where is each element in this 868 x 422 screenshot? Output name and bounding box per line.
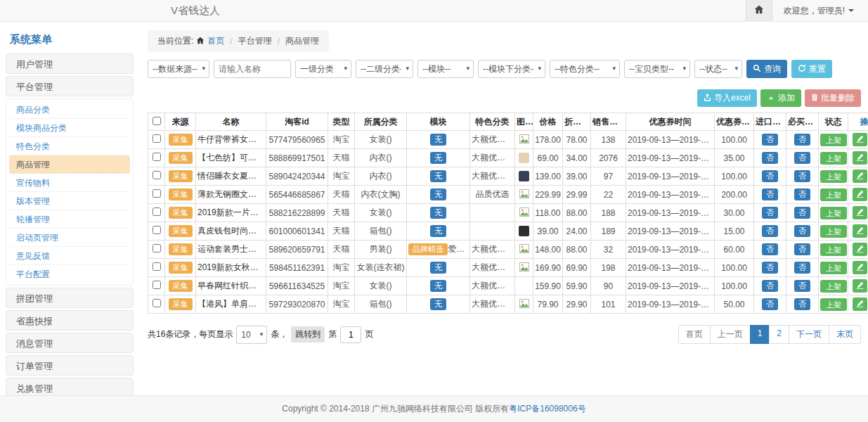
sidebar-subitem-意见反馈[interactable]: 意见反馈 xyxy=(9,247,130,265)
sidebar-item-兑换管理[interactable]: 兑换管理 xyxy=(6,378,134,395)
must-buy-badge[interactable]: 否 xyxy=(794,207,810,219)
filter-select-5[interactable]: --模块下分类-- xyxy=(478,60,545,78)
sidebar-subitem-商品管理[interactable]: 商品管理 xyxy=(9,155,130,174)
row-checkbox[interactable] xyxy=(153,189,161,198)
imported-badge[interactable]: 否 xyxy=(762,134,778,146)
edit-button[interactable] xyxy=(853,188,867,201)
must-buy-badge[interactable]: 否 xyxy=(794,298,810,310)
edit-button[interactable] xyxy=(853,298,867,311)
name-cell: 运动套装男士卫衣初秋... xyxy=(196,241,266,259)
add-button[interactable]: ＋ 添加 xyxy=(760,89,801,107)
status-button[interactable]: 上架 xyxy=(820,170,847,183)
must-buy-badge[interactable]: 否 xyxy=(794,262,810,274)
status-button[interactable]: 上架 xyxy=(820,298,847,311)
row-checkbox[interactable] xyxy=(153,226,161,234)
row-checkbox[interactable] xyxy=(153,262,161,271)
edit-button[interactable] xyxy=(853,206,867,219)
edit-button[interactable] xyxy=(853,151,867,165)
pager-button-2[interactable]: 2 xyxy=(769,325,789,344)
sidebar-subitem-版本管理[interactable]: 版本管理 xyxy=(9,192,130,210)
pager-button-1[interactable]: 1 xyxy=(750,325,770,344)
must-buy-badge[interactable]: 否 xyxy=(794,170,810,182)
pager-button-末页[interactable]: 末页 xyxy=(829,325,861,344)
row-checkbox[interactable] xyxy=(153,244,161,252)
icp-link[interactable]: 粤ICP备16098006号 xyxy=(509,403,585,415)
taoke-id-cell: 589620659791 xyxy=(266,241,328,259)
filter-select-6[interactable]: --特色分类-- xyxy=(550,60,620,78)
status-button[interactable]: 上架 xyxy=(820,207,847,219)
sidebar-subitem-模块商品分类[interactable]: 模块商品分类 xyxy=(9,119,130,137)
edit-icon xyxy=(856,262,864,273)
imported-badge[interactable]: 否 xyxy=(762,262,778,274)
import-excel-button[interactable]: 导入excel xyxy=(697,89,757,107)
sidebar-item-平台管理[interactable]: 平台管理 xyxy=(6,76,134,96)
must-buy-badge[interactable]: 否 xyxy=(794,280,810,292)
row-checkbox[interactable] xyxy=(153,134,161,143)
sidebar-item-省惠快报[interactable]: 省惠快报 xyxy=(6,310,134,331)
row-checkbox[interactable] xyxy=(153,171,161,179)
status-button[interactable]: 上架 xyxy=(820,188,847,201)
query-button[interactable]: 查询 xyxy=(746,60,787,78)
row-checkbox[interactable] xyxy=(153,207,161,216)
imported-badge[interactable]: 否 xyxy=(762,170,778,182)
select-all-checkbox[interactable] xyxy=(153,117,161,125)
edit-button[interactable] xyxy=(853,243,867,256)
price-cell: 69.00 xyxy=(533,149,563,167)
status-button[interactable]: 上架 xyxy=(820,152,847,165)
row-checkbox[interactable] xyxy=(153,153,161,161)
must-buy-badge[interactable]: 否 xyxy=(794,188,810,200)
sidebar-item-拼团管理[interactable]: 拼团管理 xyxy=(6,288,134,308)
pager-button-首页[interactable]: 首页 xyxy=(678,325,711,344)
imported-badge[interactable]: 否 xyxy=(762,225,778,237)
per-page-select[interactable]: 10 xyxy=(236,326,267,344)
imported-badge[interactable]: 否 xyxy=(762,152,778,164)
imported-badge[interactable]: 否 xyxy=(762,280,778,292)
sidebar-subitem-启动页管理[interactable]: 启动页管理 xyxy=(9,229,130,247)
filter-select-3[interactable]: --二级分类-- xyxy=(356,60,413,78)
breadcrumb-home-link[interactable]: 首页 xyxy=(207,35,224,47)
filter-select-2[interactable]: 一级分类 xyxy=(295,60,351,78)
filter-select-4[interactable]: --模块-- xyxy=(417,60,474,78)
must-buy-badge[interactable]: 否 xyxy=(794,225,810,237)
status-button[interactable]: 上架 xyxy=(820,225,847,238)
imported-badge[interactable]: 否 xyxy=(762,298,778,310)
status-button[interactable]: 上架 xyxy=(820,280,847,293)
filter-select-0[interactable]: --数据来源-- xyxy=(148,60,209,78)
status-button[interactable]: 上架 xyxy=(820,243,847,256)
pager-button-下一页[interactable]: 下一页 xyxy=(789,325,829,344)
reset-button[interactable]: 重置 xyxy=(791,60,832,78)
coupon-time-cell: 2019-09-13—2019-09-20 xyxy=(626,222,715,241)
jump-button[interactable]: 跳转到 xyxy=(291,326,325,343)
imported-badge[interactable]: 否 xyxy=(762,188,778,200)
user-menu[interactable]: 欢迎您，管理员! xyxy=(784,5,854,17)
must-buy-badge[interactable]: 否 xyxy=(794,243,810,255)
page-number-input[interactable] xyxy=(340,326,361,343)
imported-badge[interactable]: 否 xyxy=(762,243,778,255)
row-checkbox[interactable] xyxy=(153,299,161,307)
filter-select-8[interactable]: --状态-- xyxy=(694,60,742,78)
sidebar-subitem-轮播管理[interactable]: 轮播管理 xyxy=(9,210,130,229)
home-button[interactable] xyxy=(746,0,772,21)
edit-button[interactable] xyxy=(853,133,867,146)
sidebar-item-消息管理[interactable]: 消息管理 xyxy=(6,333,134,353)
edit-button[interactable] xyxy=(853,170,867,183)
pager-button-上一页[interactable]: 上一页 xyxy=(710,325,751,344)
status-button[interactable]: 上架 xyxy=(820,262,847,274)
row-checkbox[interactable] xyxy=(153,281,161,289)
sidebar-subitem-宣传物料[interactable]: 宣传物料 xyxy=(9,174,130,192)
sidebar-item-用户管理[interactable]: 用户管理 xyxy=(6,53,134,74)
name-search-input[interactable] xyxy=(214,60,291,78)
batch-delete-button[interactable]: 批量删除 xyxy=(805,89,861,107)
filter-select-7[interactable]: --宝贝类型-- xyxy=(624,60,690,78)
sidebar-subitem-平台配置[interactable]: 平台配置 xyxy=(9,265,130,283)
edit-button[interactable] xyxy=(853,261,867,274)
sidebar-item-订单管理[interactable]: 订单管理 xyxy=(6,355,134,376)
sidebar-subitem-特色分类[interactable]: 特色分类 xyxy=(9,137,130,155)
must-buy-badge[interactable]: 否 xyxy=(794,152,810,164)
imported-badge[interactable]: 否 xyxy=(762,207,778,219)
status-button[interactable]: 上架 xyxy=(820,134,847,146)
must-buy-badge[interactable]: 否 xyxy=(794,134,810,146)
edit-button[interactable] xyxy=(853,224,867,238)
sidebar-subitem-商品分类[interactable]: 商品分类 xyxy=(9,101,130,119)
edit-button[interactable] xyxy=(853,279,867,293)
